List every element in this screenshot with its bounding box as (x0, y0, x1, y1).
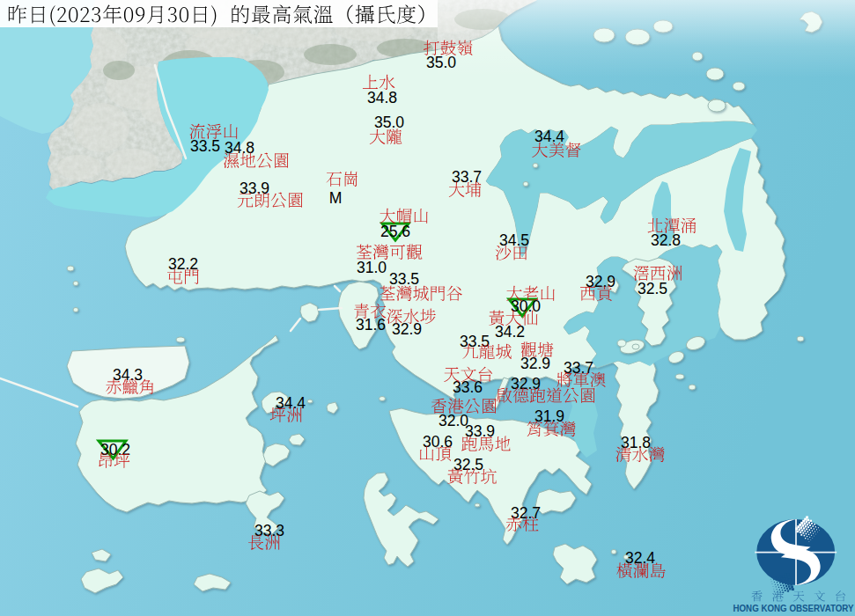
svg-text:32.8: 32.8 (651, 231, 681, 249)
svg-text:34.5: 34.5 (499, 231, 529, 249)
svg-text:31.0: 31.0 (357, 259, 387, 276)
svg-text:33.5: 33.5 (460, 333, 490, 350)
svg-text:M: M (329, 189, 343, 207)
svg-text:33.7: 33.7 (564, 359, 593, 377)
svg-text:32.9: 32.9 (520, 355, 550, 372)
svg-text:32.5: 32.5 (638, 280, 667, 297)
svg-text:34.2: 34.2 (495, 323, 525, 341)
svg-text:33.3: 33.3 (254, 522, 284, 539)
svg-text:25.6: 25.6 (380, 223, 410, 240)
svg-text:35.0: 35.0 (374, 114, 404, 131)
svg-text:33.9: 33.9 (240, 180, 269, 197)
svg-text:35.0: 35.0 (426, 54, 456, 71)
svg-text:32.9: 32.9 (586, 273, 615, 290)
svg-text:31.9: 31.9 (534, 407, 564, 425)
svg-text:HONG KONG OBSERVATORY: HONG KONG OBSERVATORY (733, 603, 854, 613)
svg-text:30.2: 30.2 (100, 441, 130, 458)
svg-text:34.8: 34.8 (367, 89, 397, 106)
svg-text:33.5: 33.5 (389, 270, 419, 288)
svg-text:31.6: 31.6 (356, 316, 386, 334)
svg-text:33.5: 33.5 (190, 137, 220, 155)
